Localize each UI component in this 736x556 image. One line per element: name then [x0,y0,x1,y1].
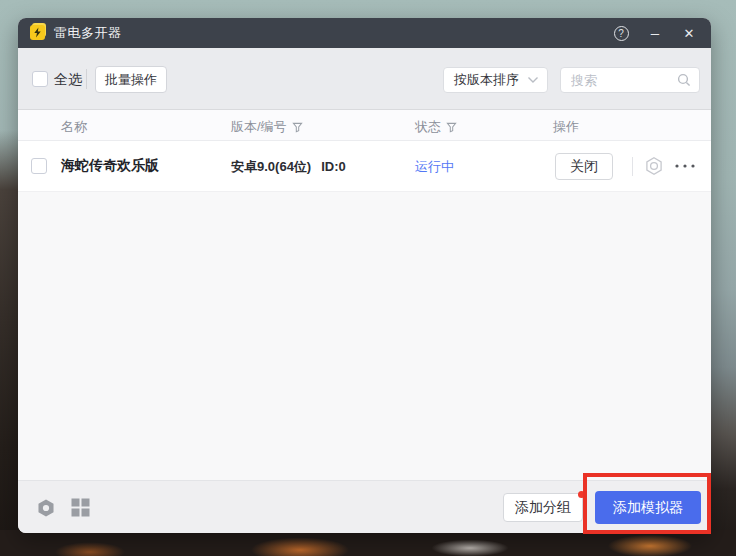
help-icon: ? [614,26,629,41]
column-header-name: 名称 [61,118,87,136]
toolbar-divider [86,69,87,89]
highlight-rectangle [583,473,711,534]
stop-emulator-button[interactable]: 关闭 [555,153,613,180]
search-box [560,67,700,93]
chevron-down-icon [527,76,539,84]
more-options-icon[interactable] [674,163,698,169]
emulator-row: 海蛇传奇欢乐版 安卓9.0(64位)ID:0 运行中 关闭 [18,141,711,192]
window-title: 雷电多开器 [54,24,122,42]
status-badge: 运行中 [415,158,454,176]
table-header: 名称 版本/编号 状态 操作 [18,110,711,141]
titlebar: 雷电多开器 ? – ✕ [18,18,711,48]
lightning-bolt-icon [32,27,43,38]
desktop-wallpaper-rocks-left [0,130,20,556]
filter-icon[interactable] [292,122,303,133]
minimize-button[interactable]: – [645,23,665,43]
row-divider [632,157,633,176]
select-all-checkbox[interactable] [32,71,48,87]
app-logo-icon [30,25,46,41]
column-header-actions: 操作 [553,118,579,136]
emulator-version: 安卓9.0(64位)ID:0 [231,158,346,176]
column-header-status: 状态 [415,118,457,136]
emulator-name: 海蛇传奇欢乐版 [61,157,159,175]
app-window: 雷电多开器 ? – ✕ 全选 批量操作 按版本排序 [18,18,711,533]
toolbar: 全选 批量操作 按版本排序 [18,48,711,110]
select-all-label: 全选 [54,71,82,89]
sort-dropdown[interactable]: 按版本排序 [443,67,548,93]
emulator-id: ID:0 [321,159,346,174]
search-icon[interactable] [677,73,691,87]
search-input[interactable] [571,73,671,88]
sort-dropdown-value: 按版本排序 [454,71,519,89]
row-checkbox[interactable] [31,158,47,174]
filter-icon[interactable] [446,122,457,133]
row-settings-icon[interactable] [642,154,666,178]
close-button[interactable]: ✕ [679,23,699,43]
help-button[interactable]: ? [611,23,631,43]
empty-list-area [18,192,711,480]
batch-operations-button[interactable]: 批量操作 [95,66,167,93]
column-header-version: 版本/编号 [231,118,303,136]
global-settings-icon[interactable] [35,497,57,519]
add-group-button[interactable]: 添加分组 [503,493,583,522]
grid-view-icon[interactable] [71,498,90,517]
